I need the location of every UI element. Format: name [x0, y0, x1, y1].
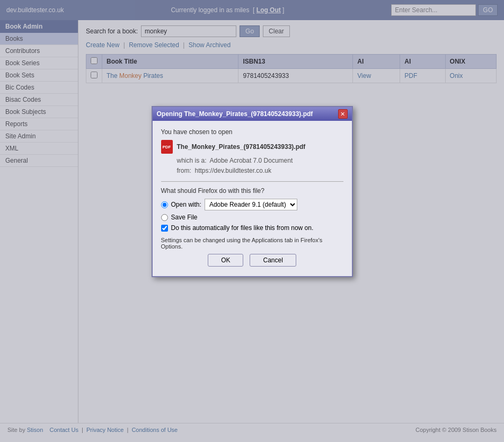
save-file-radio[interactable] [161, 214, 168, 221]
dialog-close-button[interactable]: ✕ [338, 109, 348, 119]
file-meta: which is a: Adobe Acrobat 7.0 Document f… [177, 156, 343, 176]
save-file-label: Save File [171, 214, 198, 221]
dialog-buttons: OK Cancel [161, 254, 343, 269]
dialog-titlebar: Opening The_Monkey_Pirates_(978140524393… [153, 107, 352, 121]
open-with-radio[interactable] [161, 201, 168, 208]
chosen-text: You have chosen to open [161, 128, 343, 136]
file-from: https://dev.buildtester.co.uk [195, 167, 272, 174]
ok-button[interactable]: OK [208, 254, 243, 267]
file-type: Adobe Acrobat 7.0 Document [210, 157, 293, 164]
open-with-row: Open with: Adobe Reader 9.1 (default) [161, 199, 343, 210]
file-info: PDF The_Monkey_Pirates_(9781405243933).p… [161, 140, 343, 154]
open-with-label: Open with: [171, 201, 201, 208]
dialog-title: Opening The_Monkey_Pirates_(978140524393… [157, 110, 313, 118]
separator [161, 181, 343, 182]
file-type-row: which is a: Adobe Acrobat 7.0 Document [177, 156, 343, 166]
auto-label: Do this automatically for files like thi… [171, 224, 314, 232]
app-select[interactable]: Adobe Reader 9.1 (default) [205, 199, 297, 210]
pdf-icon: PDF [161, 140, 173, 154]
file-from-row: from: https://dev.buildtester.co.uk [177, 166, 343, 176]
file-open-dialog: Opening The_Monkey_Pirates_(978140524393… [152, 106, 353, 277]
hint-text: Settings can be changed using the Applic… [161, 237, 343, 250]
question-label: What should Firefox do with this file? [161, 187, 343, 195]
auto-checkbox[interactable] [161, 225, 168, 232]
modal-overlay: Opening The_Monkey_Pirates_(978140524393… [0, 0, 504, 436]
cancel-button[interactable]: Cancel [250, 254, 296, 267]
save-file-row: Save File [161, 214, 343, 221]
filename: The_Monkey_Pirates_(9781405243933).pdf [177, 143, 306, 151]
dialog-body: You have chosen to open PDF The_Monkey_P… [153, 121, 352, 276]
auto-checkbox-row: Do this automatically for files like thi… [161, 224, 343, 232]
